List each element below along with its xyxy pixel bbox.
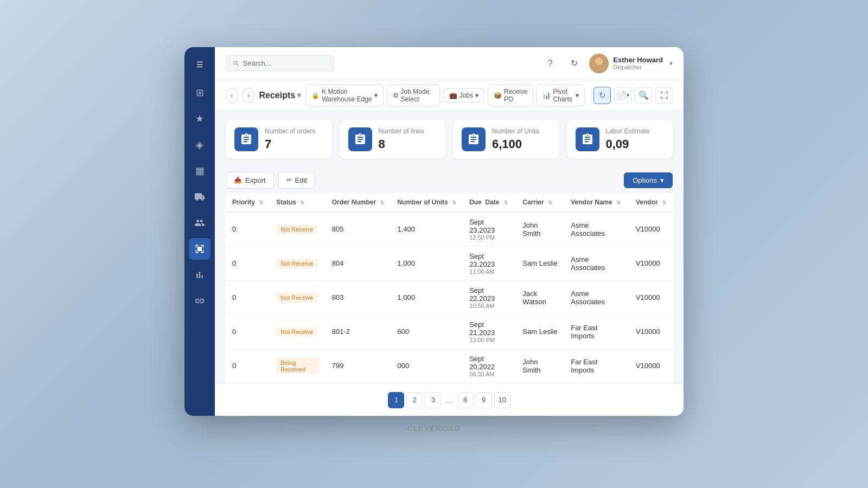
chart-icon: 📊 [542,92,551,99]
options-button[interactable]: Options ▾ [624,172,673,188]
stat-info-lines: Number of lines 8 [379,127,424,151]
header: ? ↻ Esther Howard Dispatcher ▾ [215,47,684,80]
sidebar-item-barchart[interactable] [189,264,210,286]
stat-icon-units [462,127,486,151]
cell-due-date: Sept 20,202208:30 AM [463,349,516,383]
cell-due-date: Sept 23,202311:00 AM [463,246,516,280]
lock-icon: 🔒 [311,92,320,99]
filter-pivot-charts[interactable]: 📊 Pivot Charts ▾ [537,85,585,106]
stat-label-orders: Number of orders [265,127,315,135]
page-btn-2[interactable]: 2 [406,392,423,408]
chevron-icon: ▾ [374,92,378,99]
stat-icon-labor [576,127,599,151]
stat-info-units: Number of Units 6,100 [492,127,539,151]
cell-order-number: 804 [326,246,391,280]
cell-vendor-name: Far East Imports [564,349,629,383]
toolbar-actions: ↻ 📄 ▾ 🔍 ⛶ [593,87,673,104]
page-btn-1[interactable]: 1 [388,392,404,408]
cell-units: 000 [391,349,463,383]
sort-icon-priority[interactable]: ⇅ [259,200,263,206]
expand-action-button[interactable]: ⛶ [655,87,673,104]
filter-job-mode[interactable]: ⚙ Job Mode: Select [387,85,440,106]
status-badge: Not Receive [276,327,317,337]
sidebar-item-box[interactable]: ◈ [189,134,210,156]
page-btn-9[interactable]: 9 [476,392,492,408]
sort-icon-order[interactable]: ⇅ [380,200,384,206]
table-row: 0 Not Receive 803 1,000 Sept 22,202310:5… [226,280,673,314]
avatar-image [589,54,609,73]
briefcase-icon: 💼 [449,92,457,99]
table-body: 0 Not Receive 805 1,400 Sept 23,202312:5… [226,212,673,384]
page-btn-8[interactable]: 8 [457,392,474,408]
search-action-button[interactable]: 🔍 [635,87,652,104]
cell-units: 1,000 [391,280,463,314]
sidebar-item-people[interactable] [189,212,210,234]
cell-status: Not Receive [270,314,325,349]
cell-priority: 0 [226,349,270,383]
cell-carrier: Sam Leslie [516,314,564,349]
nav-forward-button[interactable]: › [242,88,255,103]
sidebar-item-truck[interactable] [189,186,210,208]
sidebar-item-scan[interactable] [189,238,210,260]
sort-icon-status[interactable]: ⇅ [300,200,304,206]
help-icon[interactable]: ? [541,55,559,72]
cell-carrier: Jack Watson [516,280,564,314]
table-row: 0 Not Receive 801-2 600 Sept 21,202313:0… [226,314,673,349]
stat-info-orders: Number of orders 7 [265,127,315,151]
refresh-icon[interactable]: ↻ [565,55,583,72]
sort-icon-vendor-name[interactable]: ⇅ [616,200,621,206]
col-vendor: Vendor ⇅ [629,193,673,212]
cell-due-date: Sept 21,202313:00 PM [463,314,516,349]
action-bar: 📤 Export ✏ Edit Options ▾ [215,168,684,193]
export-button[interactable]: 📤 Export [226,172,274,189]
stat-value-lines: 8 [379,137,424,151]
status-badge: Being Received [276,358,318,374]
cell-priority: 0 [226,212,270,247]
search-box[interactable] [226,55,334,71]
user-name: Esther Howard [613,56,663,64]
pagination: 1 2 3 ... 8 9 10 [215,384,684,416]
page-ellipsis: ... [443,395,455,405]
filter-warehouse[interactable]: 🔒 K Motion Warehouse Edge ▾ [305,85,383,106]
sort-icon-units[interactable]: ⇅ [452,200,456,206]
table-row: 0 Not Receive 804 1,000 Sept 23,202311:0… [226,246,673,280]
cell-vendor: V10000 [629,349,673,383]
cell-units: 600 [391,314,463,349]
document-action-button[interactable]: 📄 ▾ [614,87,631,104]
sidebar-toggle[interactable]: ☰ [192,56,208,73]
filter-receive-po[interactable]: 📦 Receive PO [488,85,533,106]
user-profile[interactable]: Esther Howard Dispatcher ▾ [589,54,673,73]
filter-jobs[interactable]: 💼 Jobs ▾ [443,88,484,102]
col-carrier: Carrier ⇅ [516,193,564,212]
page-btn-3[interactable]: 3 [425,392,441,408]
page-btn-10[interactable]: 10 [494,392,510,408]
col-order-number: Order Number ⇅ [326,193,391,212]
cell-vendor-name: Far East Imports [564,314,629,349]
nav-back-button[interactable]: ‹ [226,88,238,103]
sidebar-item-star[interactable]: ★ [189,108,210,130]
svg-point-1 [595,57,603,65]
chevron-down-icon[interactable]: ▾ [669,60,673,67]
stat-value-labor: 0,09 [606,137,650,151]
sidebar-item-grid[interactable]: ⊞ [189,82,210,104]
toolbar-filters: 🔒 K Motion Warehouse Edge ▾ ⚙ Job Mode: … [305,85,585,106]
stat-card-lines: Number of lines 8 [340,120,446,159]
sidebar-item-chart[interactable]: ▦ [189,160,210,182]
refresh-action-button[interactable]: ↻ [593,87,611,104]
cell-order-number: 801-2 [326,314,391,349]
sort-icon-carrier[interactable]: ⇅ [548,200,552,206]
cell-units: 1,000 [391,246,463,280]
cell-status: Not Receive [270,280,325,314]
status-badge: Not Receive [276,259,317,268]
cell-status: Being Received [270,349,325,383]
chevron-down-icon-options: ▾ [660,176,664,184]
sort-icon-vendor[interactable]: ⇅ [662,200,666,206]
stat-card-units: Number of Units 6,100 [453,120,559,159]
search-input[interactable] [243,59,327,67]
page-title-arrow: ▾ [297,91,301,99]
box-icon: 📦 [494,92,502,99]
edit-button[interactable]: ✏ Edit [278,172,315,189]
sidebar-item-link[interactable] [189,290,210,312]
cell-status: Not Receive [270,246,325,280]
sort-icon-date[interactable]: ⇅ [503,200,508,206]
